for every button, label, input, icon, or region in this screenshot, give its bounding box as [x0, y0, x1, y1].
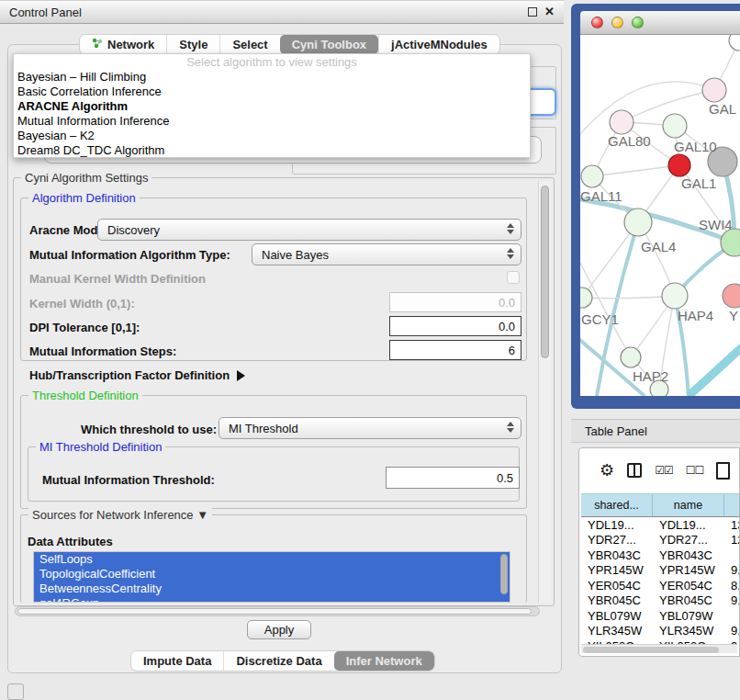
table-cell[interactable]: YBR043C [653, 548, 724, 563]
table-row[interactable]: YLR345WYLR345W9. [581, 624, 740, 639]
network-node-label: HAP2 [633, 368, 668, 384]
algorithm-option[interactable]: Dream8 DC_TDC Algorithm [14, 143, 530, 158]
network-node[interactable] [621, 347, 641, 367]
network-node[interactable] [581, 165, 603, 187]
zoom-traffic-light-icon[interactable] [632, 17, 644, 28]
table-row[interactable]: YBR043CYBR043C [581, 548, 740, 563]
network-window-titlebar[interactable] [580, 11, 740, 35]
data-attribute-item[interactable]: gal4RGexp [34, 596, 510, 603]
network-node[interactable] [580, 288, 592, 308]
table-row[interactable]: YDL19...YDL19...13 [581, 517, 740, 533]
table-hscrollbar[interactable] [581, 644, 737, 653]
mi-threshold-field[interactable]: 0.5 [386, 467, 520, 489]
tab-impute-data[interactable]: Impute Data [131, 651, 223, 671]
settings-hscrollbar[interactable] [15, 606, 540, 616]
table-cell[interactable]: YDR27... [581, 533, 653, 548]
columns-icon[interactable] [627, 463, 642, 478]
kernel-width-field[interactable]: 0.0 [389, 292, 521, 312]
table-cell[interactable]: YER054C [653, 578, 724, 593]
table-cell[interactable]: 9. [724, 593, 740, 609]
table-cell[interactable]: YPR145W [581, 563, 653, 579]
data-attribute-item[interactable]: TopologicalCoefficient [34, 567, 510, 581]
table-hscrollbar-thumb[interactable] [583, 647, 719, 653]
network-node[interactable] [663, 114, 687, 138]
settings-scrollbar-thumb[interactable] [541, 186, 549, 358]
algorithm-option[interactable]: Basic Correlation Inference [14, 85, 530, 99]
algorithm-option[interactable]: Bayesian – Hill Climbing [14, 70, 530, 85]
tab-cyni-toolbox[interactable]: Cyni Toolbox [280, 35, 378, 54]
algorithm-option[interactable]: ARACNE Algorithm [14, 99, 530, 114]
network-node[interactable] [610, 110, 633, 134]
select-all-icon[interactable]: ☑☑ [655, 464, 673, 477]
network-node[interactable] [624, 209, 652, 236]
table-row[interactable]: YBR045CYBR045C9. [581, 593, 740, 609]
table-cell[interactable]: YBL079W [581, 608, 653, 624]
settings-hscrollbar-thumb[interactable] [17, 608, 532, 615]
table-row[interactable]: YBL079WYBL079W [581, 608, 740, 624]
tab-discretize-data[interactable]: Discretize Data [223, 651, 333, 671]
table-row[interactable]: YDR27...YDR27...12 [581, 533, 740, 548]
data-attribute-item[interactable]: SelfLoops [34, 552, 510, 567]
table-column-header[interactable]: shared... [581, 494, 653, 516]
which-threshold-combo[interactable]: MI Threshold [219, 417, 521, 439]
network-node[interactable] [729, 35, 740, 51]
which-threshold-value: MI Threshold [229, 422, 298, 435]
document-icon[interactable] [716, 462, 730, 480]
aracne-mode-combo[interactable]: Discovery [97, 219, 521, 241]
table-cell[interactable]: YDL19... [581, 517, 653, 533]
network-view-window: GALGAL80GAL10GAL1GAL11GAL4SWI4GCY1HAP4YH… [571, 4, 740, 409]
table-column-header[interactable]: name [653, 494, 724, 516]
data-attribute-item[interactable]: BetweennessCentrality [34, 581, 510, 596]
table-cell[interactable]: YDL19... [653, 517, 724, 533]
table-row[interactable]: YPR145WYPR145W9. [581, 563, 740, 579]
attr-list-scrollbar-thumb[interactable] [500, 554, 508, 594]
minimize-traffic-light-icon[interactable] [611, 17, 623, 28]
tab-label: jActiveMNodules [391, 38, 488, 51]
tab-select[interactable]: Select [219, 35, 279, 54]
network-node[interactable] [723, 284, 740, 308]
table-cell[interactable] [724, 548, 740, 563]
table-cell[interactable]: YLR345W [581, 624, 653, 639]
settings-scrollbar[interactable] [538, 181, 551, 603]
mi-type-combo[interactable]: Naive Bayes [252, 243, 521, 265]
table-cell[interactable]: YBL079W [653, 608, 724, 624]
float-window-icon[interactable] [528, 7, 537, 17]
tab-network[interactable]: Network [80, 35, 166, 54]
gear-icon[interactable]: ⚙ [600, 462, 614, 479]
table-cell[interactable]: 12 [724, 533, 740, 548]
network-node[interactable] [662, 283, 688, 309]
algorithm-option[interactable]: Bayesian – K2 [14, 129, 530, 143]
table-cell[interactable]: YDR27... [653, 533, 724, 548]
table-cell[interactable]: 9. [724, 563, 740, 579]
apply-button[interactable]: Apply [247, 620, 311, 639]
algorithm-option[interactable]: Mutual Information Inference [14, 114, 530, 129]
manual-kernel-checkbox[interactable] [507, 271, 520, 284]
table-cell[interactable]: 13 [724, 517, 740, 533]
table-cell[interactable]: YER054C [581, 578, 653, 593]
table-cell[interactable]: YPR145W [653, 563, 724, 579]
close-icon[interactable]: ✕ [544, 7, 555, 17]
table-cell[interactable]: YLR345W [653, 624, 724, 639]
tab-jactivemnodules[interactable]: jActiveMNodules [378, 35, 499, 54]
deselect-all-icon[interactable]: ☐☐ [686, 464, 704, 477]
table-cell[interactable] [724, 608, 740, 624]
tab-infer-network[interactable]: Infer Network [334, 651, 434, 671]
network-canvas[interactable]: GALGAL80GAL10GAL1GAL11GAL4SWI4GCY1HAP4YH… [580, 35, 740, 396]
sources-group-title[interactable]: Sources for Network Inference ▼ [28, 508, 212, 522]
table-cell[interactable]: YBR045C [581, 593, 653, 609]
hub-definition-toggle[interactable]: Hub/Transcription Factor Definition [29, 368, 245, 382]
close-traffic-light-icon[interactable] [591, 17, 603, 28]
collapsed-panel-button[interactable] [7, 683, 24, 700]
dpi-tolerance-field[interactable]: 0.0 [389, 316, 521, 336]
network-node[interactable] [668, 154, 690, 176]
table-cell[interactable]: 8. [724, 578, 740, 593]
network-node[interactable] [702, 78, 726, 102]
table-cell[interactable]: 9. [724, 624, 740, 639]
table-row[interactable]: YER054CYER054C8. [581, 578, 740, 593]
tab-style[interactable]: Style [166, 35, 219, 54]
mi-steps-field[interactable]: 6 [389, 340, 521, 360]
table-cell[interactable]: YBR045C [653, 593, 724, 609]
which-threshold-label: Which threshold to use: [81, 423, 217, 436]
table-cell[interactable]: YBR043C [581, 548, 653, 563]
table-column-header[interactable] [724, 494, 740, 516]
